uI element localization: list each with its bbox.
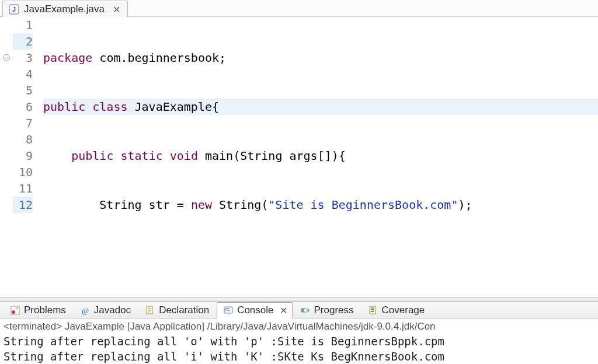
svg-text:@: @ bbox=[82, 306, 89, 315]
fold-icon[interactable] bbox=[3, 54, 10, 61]
line-number: 12 bbox=[13, 197, 33, 213]
console-output-line: String after replacing all 'i' with 'K' … bbox=[4, 349, 594, 364]
tab-label: Javadoc bbox=[94, 304, 131, 316]
line-number: 1 bbox=[13, 17, 33, 33]
ide-root: J JavaExample.java ✕ 1 2 3 4 5 6 7 8 9 1 bbox=[0, 0, 598, 364]
editor-tab-javaexample[interactable]: J JavaExample.java ✕ bbox=[2, 1, 128, 17]
svg-rect-13 bbox=[301, 309, 304, 312]
console-output-line: String after replacing all 'o' with 'p' … bbox=[4, 334, 594, 349]
close-icon[interactable]: ✕ bbox=[113, 4, 119, 15]
tab-console[interactable]: Console ✕ bbox=[217, 302, 292, 318]
console-panel: <terminated> JavaExample [Java Applicati… bbox=[0, 318, 598, 364]
editor-tab-bar: J JavaExample.java ✕ bbox=[0, 0, 598, 17]
svg-rect-7 bbox=[148, 310, 151, 311]
tab-label: Declaration bbox=[159, 304, 209, 316]
svg-rect-17 bbox=[371, 311, 374, 312]
panel-divider[interactable] bbox=[0, 298, 598, 302]
progress-icon bbox=[300, 305, 311, 316]
console-status: <terminated> JavaExample [Java Applicati… bbox=[4, 320, 594, 334]
tab-problems[interactable]: Problems bbox=[4, 302, 72, 318]
tab-label: Coverage bbox=[382, 304, 425, 316]
javadoc-icon: @ bbox=[80, 305, 91, 316]
coverage-icon bbox=[368, 305, 378, 316]
svg-rect-10 bbox=[225, 308, 229, 309]
code-area[interactable]: package com.beginnersbook; public class … bbox=[39, 17, 598, 298]
svg-rect-8 bbox=[148, 312, 150, 313]
tab-progress[interactable]: Progress bbox=[294, 302, 360, 318]
svg-rect-6 bbox=[148, 308, 151, 309]
line-number: 8 bbox=[13, 131, 33, 148]
editor-body[interactable]: 1 2 3 4 5 6 7 8 9 10 11 12 package com.b… bbox=[0, 17, 598, 298]
svg-point-3 bbox=[12, 310, 15, 314]
line-number: 7 bbox=[13, 115, 33, 131]
editor-tab-label: JavaExample.java bbox=[24, 4, 105, 15]
java-file-icon: J bbox=[9, 4, 19, 15]
line-number-gutter: 1 2 3 4 5 6 7 8 9 10 11 12 bbox=[13, 17, 39, 298]
tab-label: Problems bbox=[24, 304, 66, 316]
tab-label: Progress bbox=[314, 304, 354, 316]
line-number: 5 bbox=[13, 82, 33, 99]
tab-label: Console bbox=[237, 304, 273, 316]
bottom-view-tabs: Problems @ Javadoc Declaration Console ✕ bbox=[0, 302, 598, 318]
line-number: 2 bbox=[13, 33, 33, 50]
line-number: 4 bbox=[13, 66, 33, 82]
tab-coverage[interactable]: Coverage bbox=[361, 302, 432, 318]
declaration-icon bbox=[145, 305, 155, 316]
gutter-marks bbox=[0, 17, 13, 298]
close-icon[interactable]: ✕ bbox=[280, 305, 286, 316]
console-icon bbox=[223, 305, 234, 316]
tab-declaration[interactable]: Declaration bbox=[138, 302, 215, 318]
line-number: 6 bbox=[13, 99, 33, 115]
svg-rect-15 bbox=[371, 307, 374, 309]
line-number: 9 bbox=[13, 148, 33, 164]
line-number: 11 bbox=[13, 180, 33, 197]
line-number: 3 bbox=[13, 50, 33, 66]
problems-icon bbox=[10, 305, 20, 316]
svg-rect-16 bbox=[371, 309, 374, 310]
svg-rect-11 bbox=[225, 310, 230, 311]
svg-text:J: J bbox=[12, 6, 16, 13]
tab-javadoc[interactable]: @ Javadoc bbox=[74, 302, 137, 318]
line-number: 10 bbox=[13, 164, 33, 180]
